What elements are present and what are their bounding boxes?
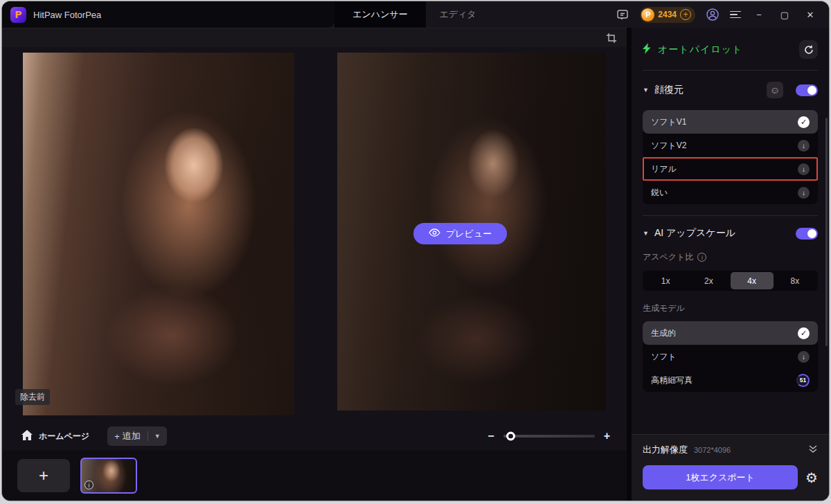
titlebar-icons: P 2434 + − ▢ ✕ (616, 1, 829, 28)
titlebar-spacer (490, 1, 616, 28)
option-soft-v1[interactable]: ソフトV1 ✓ (643, 110, 818, 134)
compare-canvas: プレビュー 除去前 (2, 47, 627, 422)
info-icon[interactable]: i (697, 253, 706, 262)
output-resolution-row[interactable]: 出力解像度 3072*4096 (643, 444, 818, 456)
scale-1x[interactable]: 1x (644, 272, 687, 289)
zoom-slider[interactable] (503, 435, 595, 438)
filmstrip: + i (2, 451, 627, 501)
option-high-detail-photo[interactable]: 高精細写真 51 (643, 368, 818, 392)
face-preview-icon[interactable]: ☺ (767, 82, 783, 98)
output-resolution-label: 出力解像度 (643, 444, 688, 456)
titlebar-left[interactable]: P HitPaw FotorPea (2, 1, 334, 28)
canvas-bottom-bar: ホームページ + 追加 ▼ − + (2, 422, 627, 451)
thumbnail-info-icon[interactable]: i (84, 480, 93, 489)
option-soft-v2[interactable]: ソフトV2 ↓ (643, 134, 818, 157)
minimize-button[interactable]: − (751, 7, 767, 22)
face-restore-header: ▼ 顔復元 ☺ (643, 82, 818, 98)
export-button[interactable]: 1枚エクスポート (643, 465, 798, 489)
before-tag: 除去前 (15, 389, 50, 405)
crop-icon[interactable] (605, 31, 618, 45)
output-resolution-value: 3072*4096 (694, 446, 808, 454)
close-button[interactable]: ✕ (803, 7, 818, 22)
coin-icon: P (641, 8, 654, 21)
lightning-icon (643, 43, 652, 57)
home-label: ホームページ (39, 431, 89, 442)
refresh-button[interactable] (799, 40, 818, 59)
option-generative[interactable]: 生成的 ✓ (643, 321, 818, 345)
upscale-header: ▼ AI アップスケール (643, 227, 818, 240)
feedback-icon[interactable] (616, 8, 629, 21)
collapse-caret-icon[interactable]: ▼ (643, 87, 649, 93)
photo-before[interactable] (23, 53, 294, 415)
coin-count: 2434 (658, 10, 677, 19)
check-icon: ✓ (798, 116, 810, 128)
canvas-column: プレビュー 除去前 ホームページ + 追加 ▼ (2, 28, 627, 501)
add-coins-icon[interactable]: + (680, 9, 691, 20)
face-restore-list: ソフトV1 ✓ ソフトV2 ↓ リアル ↓ 鋭い ↓ (643, 110, 818, 204)
home-button[interactable]: ホームページ (21, 430, 89, 443)
preview-button[interactable]: プレビュー (413, 223, 507, 244)
home-icon (21, 430, 33, 443)
canvas-toolbar (2, 28, 627, 47)
zoom-in-button[interactable]: + (604, 431, 610, 442)
check-icon: ✓ (798, 327, 810, 339)
collapse-caret-icon[interactable]: ▼ (643, 230, 649, 237)
photo-thumbnail[interactable]: i (80, 458, 137, 494)
eye-icon (429, 228, 440, 239)
plus-icon: + (114, 431, 120, 442)
aspect-ratio-label: アスペクト比 (643, 251, 693, 263)
autopilot-row: オートパイロット (643, 40, 818, 59)
scale-segmented-control: 1x 2x 4x 8x (643, 271, 818, 291)
maximize-button[interactable]: ▢ (777, 7, 792, 22)
zoom-slider-knob[interactable] (506, 432, 515, 441)
add-label: 追加 (123, 430, 141, 442)
sidebar-content: オートパイロット ▼ 顔復元 ☺ ソフトV1 ✓ (632, 28, 829, 434)
zoom-control: − + (488, 431, 610, 442)
app-logo-icon: P (10, 7, 26, 23)
divider (643, 70, 818, 71)
gen-model-label-row: 生成モデル (643, 303, 818, 314)
zoom-out-button[interactable]: − (488, 431, 494, 442)
scale-8x[interactable]: 8x (774, 272, 816, 289)
settings-gear-icon[interactable]: ⚙ (805, 471, 818, 485)
download-icon[interactable]: ↓ (798, 140, 810, 152)
scale-2x[interactable]: 2x (687, 272, 730, 289)
download-icon[interactable]: ↓ (798, 187, 810, 199)
upscale-toggle[interactable] (796, 228, 818, 240)
menu-icon[interactable] (730, 11, 741, 19)
aspect-ratio-row: アスペクト比 i (643, 251, 818, 263)
titlebar: P HitPaw FotorPea エンハンサー エディタ P 2434 + −… (2, 1, 829, 28)
add-dropdown-icon[interactable]: ▼ (148, 433, 167, 440)
divider (643, 215, 818, 216)
preview-button-label: プレビュー (446, 228, 492, 240)
option-real[interactable]: リアル ↓ (643, 157, 818, 181)
gen-model-label: 生成モデル (643, 303, 685, 314)
app-window: P HitPaw FotorPea エンハンサー エディタ P 2434 + −… (2, 1, 829, 501)
export-row: 1枚エクスポート ⚙ (643, 465, 818, 489)
tab-editor[interactable]: エディタ (426, 1, 490, 28)
option-soft[interactable]: ソフト ↓ (643, 345, 818, 368)
download-icon[interactable]: ↓ (798, 163, 810, 175)
face-restore-title: 顔復元 (654, 84, 761, 96)
sidebar: オートパイロット ▼ 顔復元 ☺ ソフトV1 ✓ (627, 28, 829, 501)
download-icon[interactable]: ↓ (798, 351, 810, 363)
face-restore-toggle[interactable] (796, 84, 818, 96)
gen-model-list: 生成的 ✓ ソフト ↓ 高精細写真 51 (643, 321, 818, 392)
account-icon[interactable] (706, 8, 720, 21)
add-photo-tile[interactable]: + (17, 459, 70, 492)
tab-enhancer[interactable]: エンハンサー (334, 1, 426, 28)
app-name: HitPaw FotorPea (33, 10, 101, 20)
sidebar-scrollbar[interactable] (825, 118, 828, 346)
coin-balance[interactable]: P 2434 + (640, 7, 695, 23)
sidebar-bottom: 出力解像度 3072*4096 1枚エクスポート ⚙ (632, 434, 829, 501)
add-image-button[interactable]: + 追加 ▼ (107, 426, 167, 446)
scale-4x[interactable]: 4x (731, 272, 774, 289)
option-sharp[interactable]: 鋭い ↓ (643, 181, 818, 204)
download-progress-badge: 51 (796, 374, 810, 387)
expand-chevrons-icon[interactable] (808, 444, 818, 456)
autopilot-label: オートパイロット (658, 44, 793, 56)
upscale-title: AI アップスケール (654, 227, 790, 240)
